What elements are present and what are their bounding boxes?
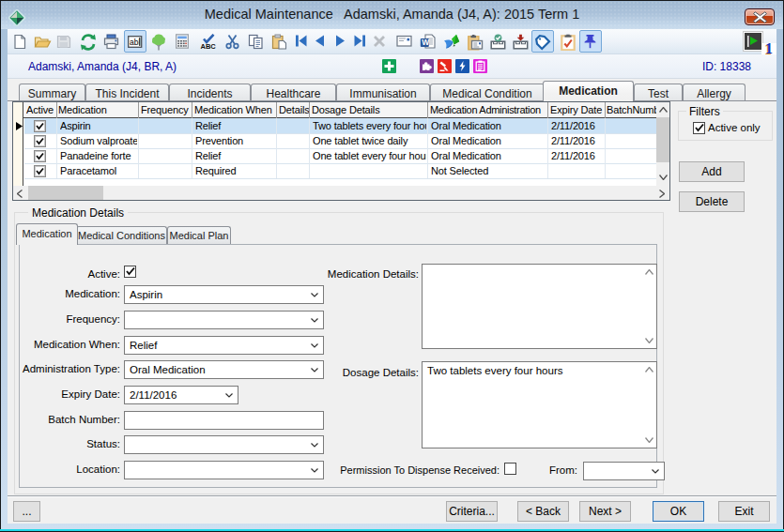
svg-text:ABC: ABC (201, 42, 217, 50)
svg-text:W: W (422, 38, 430, 47)
svg-text:abl: abl (130, 38, 140, 47)
